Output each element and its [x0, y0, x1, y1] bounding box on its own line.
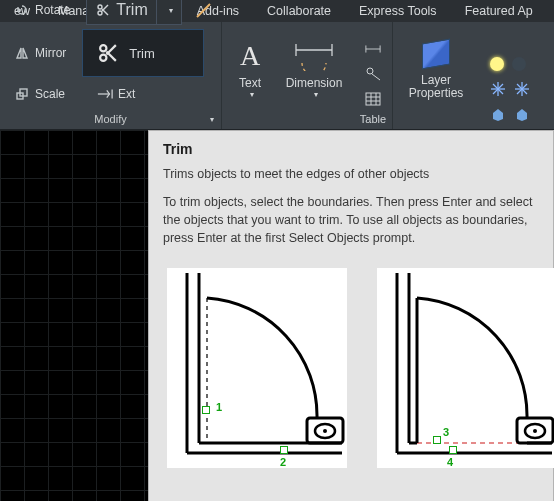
chevron-down-icon: ▾	[169, 6, 173, 15]
svg-point-0	[98, 11, 102, 15]
svg-point-18	[367, 68, 373, 74]
scissors-icon	[97, 42, 119, 64]
extend-icon	[97, 86, 113, 102]
marker-4: 4	[447, 456, 453, 468]
trim-label: Trim	[116, 1, 147, 19]
tooltip-trim: Trim Trims objects to meet the edges of …	[148, 130, 554, 501]
layer-unlock-icon[interactable]	[514, 107, 530, 123]
trim-split-button[interactable]: Trim ▾	[86, 0, 181, 25]
tooltip-figures: 1 2	[161, 268, 541, 468]
extend-label: Ext	[118, 87, 135, 101]
chevron-down-icon: ▾	[314, 90, 318, 99]
table-label: Table	[360, 113, 386, 125]
mirror-button[interactable]: Mirror	[8, 40, 72, 66]
svg-line-2	[197, 4, 210, 17]
dimension-button[interactable]: Dimension ▾	[276, 27, 352, 107]
rotate-button[interactable]: Rotate	[8, 0, 76, 23]
menu-item[interactable]: Featured Ap	[451, 1, 547, 21]
leader-icon[interactable]	[365, 66, 381, 82]
extend-button[interactable]: Ext	[91, 81, 141, 107]
svg-marker-33	[493, 109, 503, 121]
svg-point-42	[323, 429, 327, 433]
svg-marker-4	[23, 48, 27, 58]
marker-3: 3	[443, 426, 449, 438]
text-label: Text	[239, 76, 261, 90]
layer-properties-button[interactable]: Layer Properties	[402, 27, 470, 107]
layer-thaw-icon[interactable]	[514, 81, 530, 97]
fillet-icon[interactable]	[196, 2, 212, 18]
tooltip-title: Trim	[163, 141, 541, 157]
svg-marker-3	[17, 48, 21, 58]
mirror-label: Mirror	[35, 46, 66, 60]
svg-point-1	[98, 5, 102, 9]
scale-icon	[14, 86, 30, 102]
rotate-icon	[14, 2, 30, 18]
panel-layer-controls	[479, 22, 541, 129]
layers-icon	[422, 34, 450, 74]
table-icon	[365, 91, 381, 107]
ribbon: Rotate Trim ▾ Mirror	[0, 22, 554, 130]
panel-text: A Text ▾	[226, 22, 274, 129]
svg-point-5	[100, 55, 106, 61]
scale-label: Scale	[35, 87, 65, 101]
pick-marker	[280, 446, 288, 454]
mirror-icon	[14, 45, 30, 61]
marker-2: 2	[280, 456, 286, 468]
grid-background	[0, 130, 148, 501]
pick-marker	[433, 436, 441, 444]
menu-item[interactable]: Express Tools	[345, 1, 451, 21]
trim-option-label: Trim	[129, 46, 155, 61]
layer-off-icon[interactable]	[512, 57, 526, 71]
pick-marker	[449, 446, 457, 454]
panel-title-modify: Modify	[94, 113, 126, 125]
menu-item[interactable]: Collaborate	[253, 1, 345, 21]
tooltip-body: To trim objects, select the boundaries. …	[163, 193, 541, 247]
panel-layer-properties: Layer Properties	[393, 22, 479, 129]
svg-line-19	[372, 74, 380, 80]
panel-expand-icon[interactable]: ▾	[210, 115, 214, 124]
marker-1: 1	[216, 401, 222, 413]
dimension-icon	[292, 36, 336, 76]
svg-marker-34	[517, 109, 527, 121]
tooltip-figure-after: 3 4	[377, 268, 554, 468]
svg-point-52	[533, 429, 537, 433]
pick-marker	[202, 406, 210, 414]
table-button[interactable]	[365, 91, 381, 107]
text-button[interactable]: A Text ▾	[230, 27, 270, 107]
dimension-label: Dimension	[286, 76, 343, 90]
tooltip-figure-before: 1 2	[167, 268, 347, 468]
panel-dimension: Dimension ▾	[274, 22, 354, 129]
rotate-label: Rotate	[35, 3, 70, 17]
scale-button[interactable]: Scale	[8, 81, 71, 107]
tooltip-summary: Trims objects to meet the edges of other…	[163, 165, 541, 183]
svg-text:A: A	[240, 41, 261, 71]
linear-dim-icon[interactable]	[365, 41, 381, 57]
scissors-icon	[95, 2, 111, 18]
layer-on-icon[interactable]	[490, 57, 504, 71]
layer-freeze-icon[interactable]	[490, 81, 506, 97]
layer-properties-label: Layer Properties	[402, 74, 470, 100]
chevron-down-icon: ▾	[250, 90, 254, 99]
drawing-canvas[interactable]: Trim Trims objects to meet the edges of …	[0, 130, 554, 501]
text-icon: A	[237, 36, 263, 76]
panel-modify: Rotate Trim ▾ Mirror	[0, 22, 222, 129]
trim-dropdown-option[interactable]: Trim	[82, 29, 204, 77]
svg-rect-20	[366, 93, 380, 105]
panel-annot-extras: Table	[354, 22, 393, 129]
layer-lock-icon[interactable]	[490, 107, 506, 123]
svg-point-6	[100, 45, 106, 51]
